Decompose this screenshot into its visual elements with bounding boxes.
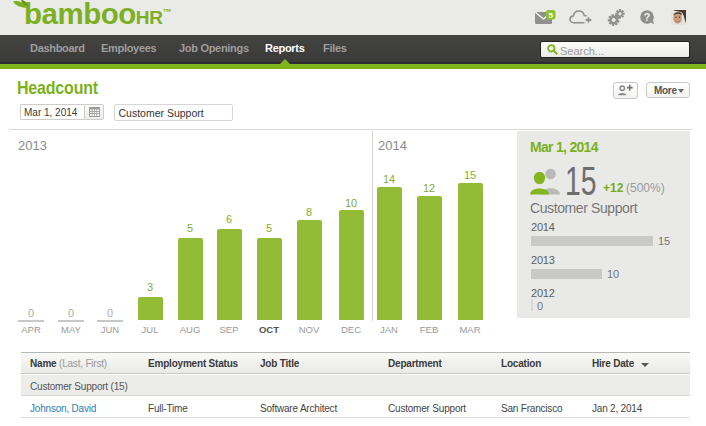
svg-text:5: 5 [549,11,554,20]
svg-text:?: ? [644,11,650,23]
